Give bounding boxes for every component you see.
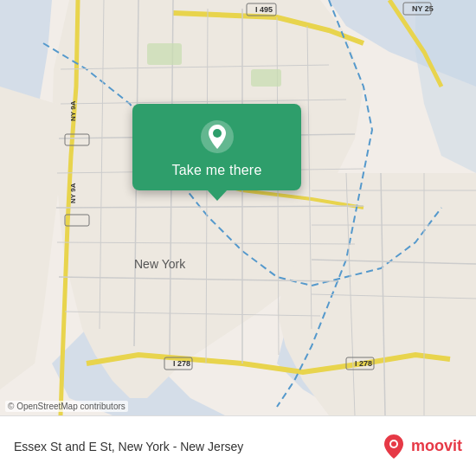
map-background: I 495 NY 9A NY 9A I 278 I 278 NY 25 New … bbox=[0, 0, 476, 415]
location-pin-icon bbox=[200, 119, 235, 154]
svg-text:I 278: I 278 bbox=[173, 359, 190, 368]
footer-bar: Essex St and E St, New York - New Jersey… bbox=[0, 415, 476, 476]
svg-rect-36 bbox=[147, 43, 182, 65]
svg-text:I 278: I 278 bbox=[355, 359, 372, 368]
location-label: Essex St and E St, New York - New Jersey bbox=[14, 440, 243, 453]
moovit-brand-name: moovit bbox=[411, 437, 462, 455]
svg-rect-37 bbox=[251, 69, 281, 87]
take-me-there-button[interactable]: Take me there bbox=[172, 163, 262, 178]
map-copyright: © OpenStreetMap contributors bbox=[5, 401, 128, 412]
svg-text:NY 25: NY 25 bbox=[412, 4, 434, 13]
moovit-logo: moovit bbox=[380, 433, 462, 460]
take-me-there-card[interactable]: Take me there bbox=[132, 104, 301, 190]
svg-point-41 bbox=[391, 441, 396, 447]
svg-text:NY 9A: NY 9A bbox=[69, 183, 77, 203]
svg-point-39 bbox=[213, 129, 222, 138]
map-container: I 495 NY 9A NY 9A I 278 I 278 NY 25 New … bbox=[0, 0, 476, 415]
moovit-icon bbox=[380, 433, 408, 460]
svg-text:I 495: I 495 bbox=[255, 5, 273, 14]
svg-text:New York: New York bbox=[134, 257, 186, 271]
svg-text:NY 9A: NY 9A bbox=[69, 100, 77, 121]
